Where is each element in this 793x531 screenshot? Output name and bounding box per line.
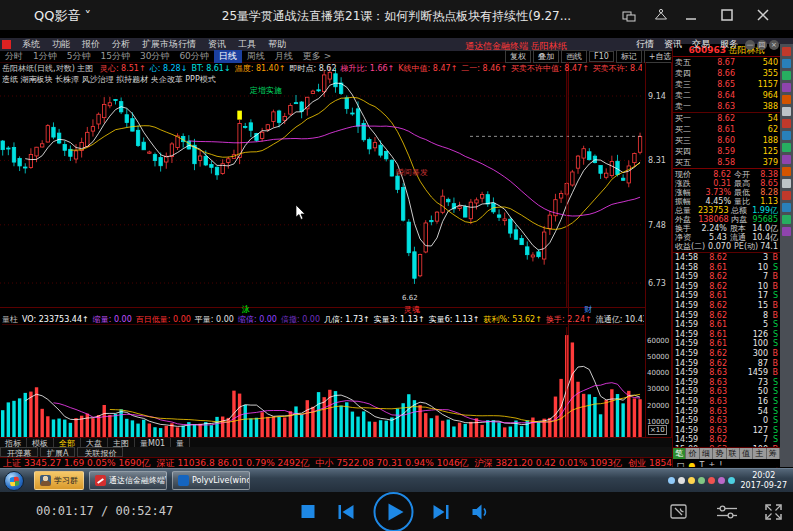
indicator-tab[interactable]: 主图 <box>108 438 135 447</box>
indicator-tab[interactable]: 量 <box>171 438 190 447</box>
toolbox-icon[interactable] <box>670 503 690 521</box>
previous-button[interactable] <box>336 502 356 522</box>
tdx-window-button[interactable]: × <box>769 40 779 50</box>
tick-row: 14:598.6210B <box>673 282 780 292</box>
tray-icon[interactable] <box>688 477 695 484</box>
panel-tab[interactable]: 价 <box>686 448 699 459</box>
sidebar-tool-icon[interactable] <box>782 131 791 140</box>
indicator-value: 缩量: 0.00 <box>93 315 132 324</box>
tdx-menubar-right: 行情资讯交易服务 —回× <box>631 38 779 51</box>
start-button[interactable] <box>4 471 24 491</box>
tick-row: 14:598.6316S <box>673 397 780 407</box>
tick-row: 14:598.61100S <box>673 339 780 349</box>
panel-tab[interactable]: 主 <box>753 448 766 459</box>
stop-button[interactable] <box>301 505 314 518</box>
tray-icon[interactable] <box>728 477 735 484</box>
sidebar-tool-icon[interactable] <box>782 71 791 80</box>
volume-chart <box>0 327 645 437</box>
tray-icon[interactable] <box>718 477 725 484</box>
panel-icon[interactable]: □ <box>677 461 685 467</box>
close-icon[interactable] <box>752 5 774 25</box>
menu-item[interactable]: 交易 <box>687 38 715 51</box>
minimize-icon[interactable] <box>680 5 702 25</box>
indicator-tab[interactable]: 模板 <box>27 438 54 447</box>
sidebar-tool-icon[interactable] <box>782 179 791 188</box>
indicator-tab[interactable]: 指标 <box>0 438 27 447</box>
tool-button[interactable]: 开弹幕 <box>0 447 38 457</box>
sidebar-tool-icon[interactable] <box>782 215 791 224</box>
indicator-value: 实量6: 1.13↑ <box>429 315 480 324</box>
volume-icon[interactable] <box>470 502 492 522</box>
sidebar-tool-icon[interactable] <box>782 59 791 68</box>
tool-button[interactable]: 扩展A <box>40 447 75 457</box>
sidebar-tool-icon[interactable] <box>782 167 791 176</box>
tick-row: 14:598.6215B <box>673 301 780 311</box>
tick-list[interactable]: 14:588.623B14:588.6110S14:598.627B14:598… <box>673 253 780 447</box>
indicator-value: 买卖不许: 8.41↑ <box>593 64 642 73</box>
taskbar-button[interactable]: 学习群 <box>34 471 84 490</box>
next-button[interactable] <box>430 502 450 522</box>
play-button[interactable] <box>372 491 414 531</box>
taskbar-clock[interactable]: 20:02 2017-09-27 <box>741 471 788 491</box>
panel-icon[interactable]: ± <box>708 461 715 467</box>
menu-item[interactable]: 资讯 <box>659 38 687 51</box>
toolbar-button[interactable]: F10 <box>589 51 614 62</box>
tick-row: 14:598.6287B <box>673 359 780 369</box>
tray-icon[interactable] <box>678 477 685 484</box>
sidebar-tool-icon[interactable] <box>782 119 791 128</box>
sidebar-tool-icon[interactable] <box>782 47 791 56</box>
panel-tab[interactable]: 值 <box>740 448 753 459</box>
tdx-window-button[interactable]: — <box>745 40 755 50</box>
panel-icon[interactable]: ● <box>689 461 696 467</box>
indicator-tab[interactable]: 全部 <box>54 438 81 447</box>
sidebar-tool-icon[interactable] <box>782 155 791 164</box>
tray-icon[interactable] <box>668 477 675 484</box>
order-row: 卖二8.64964 <box>673 90 780 101</box>
tray-icon[interactable] <box>698 477 705 484</box>
indicator-tab[interactable]: 大盘 <box>81 438 108 447</box>
sidebar-tool-icon[interactable] <box>782 191 791 200</box>
panel-icon[interactable]: ! <box>719 461 722 467</box>
indicator-value: 买卖不许中值: 8.47↑ <box>511 64 589 73</box>
sidebar-tool-icon[interactable] <box>782 83 791 92</box>
tray-icon[interactable] <box>708 477 715 484</box>
sidebar-tool-icon[interactable] <box>782 203 791 212</box>
indicator-value: 获利%: 53.62↑ <box>483 315 541 324</box>
price-axis-label: 9.14 <box>648 92 666 101</box>
indicator-value: 倍撤: 0.00 <box>281 315 320 324</box>
settings-sliders-icon[interactable] <box>716 503 738 521</box>
taskbar-button[interactable]: 通达信金融终端V... <box>89 471 167 490</box>
indicator-tab[interactable]: 量M01 <box>135 438 171 447</box>
panel-tab[interactable]: 细 <box>700 448 713 459</box>
hanger-icon[interactable] <box>650 5 672 25</box>
panel-tab[interactable]: 笔 <box>673 448 686 459</box>
fullscreen-icon[interactable] <box>764 503 783 521</box>
tick-row: 14:598.61126S <box>673 330 780 340</box>
indicator-value: 换手: 2.24↑ <box>546 315 592 324</box>
annotation-burst: 瞬间暴发 <box>396 167 428 178</box>
tdx-window-button[interactable]: 回 <box>757 40 767 50</box>
sidebar-tool-icon[interactable] <box>782 95 791 104</box>
sidebar-tool-icon[interactable] <box>782 107 791 116</box>
order-row: 卖一8.63388 <box>673 101 780 112</box>
panel-tab[interactable]: 势 <box>713 448 726 459</box>
panel-tab[interactable]: 联 <box>727 448 740 459</box>
menu-item[interactable]: 服务 <box>715 38 743 51</box>
panel-icon[interactable]: T <box>700 461 705 467</box>
taskbar-button[interactable]: PolyvLive(windo... <box>172 471 250 490</box>
order-row: 买五8.58379 <box>673 157 780 168</box>
order-row: 买一8.6254 <box>673 113 780 124</box>
panel-tab[interactable]: 筹 <box>767 448 780 459</box>
tick-row: 14:598.63127S <box>673 426 780 436</box>
maximize-icon[interactable] <box>716 5 738 25</box>
buy-orders: 买一8.6254买二8.6162买三8.60188买四8.59125买五8.58… <box>673 113 780 169</box>
sidebar-tool-icon[interactable] <box>782 143 791 152</box>
separator-tag: 泳 <box>242 306 250 314</box>
mini-window-icon[interactable] <box>618 5 640 25</box>
menu-item[interactable]: 行情 <box>631 38 659 51</box>
tick-row: 14:598.6117S <box>673 291 780 301</box>
sidebar-tool-icon[interactable] <box>782 227 791 236</box>
event-tag: 定增实施 <box>250 85 282 96</box>
tool-button[interactable]: 关联报价 <box>77 447 123 457</box>
indicator-tabs-row: 指标模板全部大盘主图量M01量 <box>0 437 672 447</box>
